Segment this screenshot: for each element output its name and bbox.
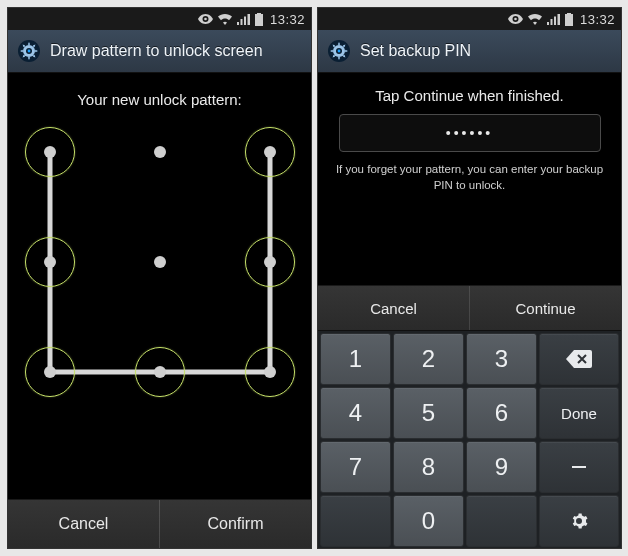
pattern-node[interactable] xyxy=(44,146,56,158)
key-empty xyxy=(466,495,537,547)
key-9[interactable]: 9 xyxy=(466,441,537,493)
pin-input[interactable]: •••••• xyxy=(339,114,601,152)
status-bar: 13:32 xyxy=(8,8,311,30)
svg-point-9 xyxy=(338,50,341,53)
pattern-node[interactable] xyxy=(154,256,166,268)
key-7[interactable]: 7 xyxy=(320,441,391,493)
status-bar: 13:32 xyxy=(318,8,621,30)
pattern-node[interactable] xyxy=(154,146,166,158)
svg-point-4 xyxy=(28,50,31,53)
battery-icon xyxy=(255,13,263,26)
pin-hint: Tap Continue when finished. xyxy=(318,73,621,114)
action-bar: Cancel Continue xyxy=(318,285,621,331)
title-bar: Set backup PIN xyxy=(318,30,621,73)
signal-icon xyxy=(237,14,250,25)
key-hyphen[interactable] xyxy=(539,441,619,493)
key-4[interactable]: 4 xyxy=(320,387,391,439)
gear-icon xyxy=(570,512,588,530)
screen-title: Set backup PIN xyxy=(360,42,471,60)
battery-icon xyxy=(565,13,573,26)
pattern-node[interactable] xyxy=(264,256,276,268)
phone-pin: 13:32 Set backup PIN Tap Continue when f… xyxy=(318,8,621,548)
cancel-button[interactable]: Cancel xyxy=(318,286,469,330)
key-6[interactable]: 6 xyxy=(466,387,537,439)
phone-pattern: 13:32 Draw pattern to unlock screen Your… xyxy=(8,8,311,548)
pattern-prompt: Your new unlock pattern: xyxy=(8,73,311,114)
hyphen-icon xyxy=(572,466,586,468)
key-settings[interactable] xyxy=(539,495,619,547)
pattern-node[interactable] xyxy=(264,366,276,378)
eye-icon xyxy=(508,14,523,24)
key-8[interactable]: 8 xyxy=(393,441,464,493)
continue-button[interactable]: Continue xyxy=(469,286,621,330)
cancel-button[interactable]: Cancel xyxy=(8,500,159,548)
pattern-node[interactable] xyxy=(264,146,276,158)
pattern-node[interactable] xyxy=(44,256,56,268)
svg-point-5 xyxy=(514,18,517,21)
pattern-node[interactable] xyxy=(44,366,56,378)
settings-gear-icon xyxy=(16,38,42,64)
screen-title: Draw pattern to unlock screen xyxy=(50,42,263,60)
key-5[interactable]: 5 xyxy=(393,387,464,439)
key-3[interactable]: 3 xyxy=(466,333,537,385)
key-backspace[interactable] xyxy=(539,333,619,385)
wifi-icon xyxy=(528,14,542,25)
bottom-button-bar: Cancel Confirm xyxy=(8,499,311,548)
pattern-grid[interactable] xyxy=(30,132,290,392)
key-0[interactable]: 0 xyxy=(393,495,464,547)
status-time: 13:32 xyxy=(580,12,615,27)
key-done[interactable]: Done xyxy=(539,387,619,439)
eye-icon xyxy=(198,14,213,24)
backspace-icon xyxy=(566,350,592,368)
key-1[interactable]: 1 xyxy=(320,333,391,385)
title-bar: Draw pattern to unlock screen xyxy=(8,30,311,73)
key-2[interactable]: 2 xyxy=(393,333,464,385)
pattern-node[interactable] xyxy=(154,366,166,378)
key-empty xyxy=(320,495,391,547)
numeric-keypad: 1 2 3 4 5 6 Done 7 8 9 xyxy=(318,331,621,548)
svg-rect-10 xyxy=(572,466,586,468)
pin-fineprint: If you forget your pattern, you can ente… xyxy=(318,152,621,193)
settings-gear-icon xyxy=(326,38,352,64)
signal-icon xyxy=(547,14,560,25)
status-time: 13:32 xyxy=(270,12,305,27)
wifi-icon xyxy=(218,14,232,25)
confirm-button[interactable]: Confirm xyxy=(159,500,311,548)
svg-point-0 xyxy=(204,18,207,21)
